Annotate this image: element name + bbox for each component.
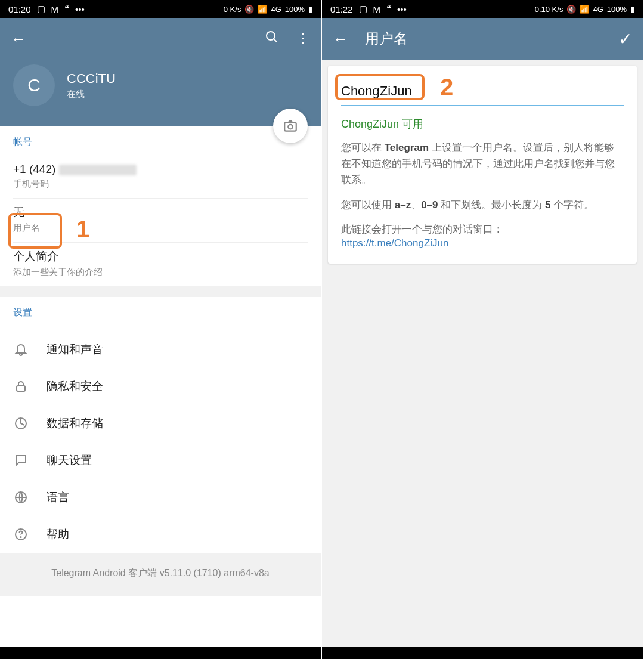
- help-row[interactable]: 帮助: [0, 516, 321, 553]
- phone-value: +1 (442): [13, 163, 308, 176]
- svg-point-8: [20, 537, 21, 537]
- hangouts-icon: ❝: [64, 4, 69, 14]
- username-label: 用户名: [13, 222, 308, 234]
- chat-row[interactable]: 聊天设置: [0, 442, 321, 479]
- username-available: ChongZiJun 可用: [341, 117, 624, 131]
- svg-point-3: [288, 125, 293, 129]
- svg-rect-4: [17, 386, 25, 391]
- profile-status: 在线: [67, 89, 116, 100]
- picture-icon: ▢: [37, 4, 45, 14]
- notifications-label: 通知和声音: [47, 342, 103, 357]
- username-desc-3: 此链接会打开一个与您的对话窗口：: [341, 221, 624, 237]
- globe-icon: [13, 490, 29, 505]
- hangouts-icon: ❝: [386, 4, 391, 14]
- section-divider: [0, 286, 321, 297]
- profile-name: CCCiTU: [67, 71, 116, 86]
- battery-icon: ▮: [630, 5, 634, 14]
- account-section: 帐号 +1 (442) 手机号码 无 用户名 个人简介 添加一些关于你的介绍: [0, 126, 321, 286]
- username-input[interactable]: [341, 80, 624, 106]
- confirm-icon[interactable]: ✓: [618, 29, 632, 49]
- username-edit-screen: 01:22 ▢ M ❝ ••• 0.10 K/s 🔇 📶 4G 100% ▮ ←…: [322, 0, 644, 659]
- mute-icon: 🔇: [566, 5, 576, 14]
- privacy-label: 隐私和安全: [47, 379, 103, 394]
- app-bar: ← 用户名 ✓: [322, 18, 643, 60]
- signal-label: 4G: [271, 5, 281, 14]
- status-time: 01:22: [330, 4, 353, 14]
- net-speed: 0 K/s: [224, 5, 242, 14]
- battery-pct: 100%: [285, 5, 305, 14]
- svg-line-1: [274, 39, 277, 42]
- battery-pct: 100%: [607, 5, 627, 14]
- picture-icon: ▢: [359, 4, 367, 14]
- status-bar: 01:20 ▢ M ❝ ••• 0 K/s 🔇 📶 4G 100% ▮: [0, 0, 321, 18]
- mute-icon: 🔇: [244, 5, 254, 14]
- data-label: 数据和存储: [47, 416, 103, 431]
- bio-label: 添加一些关于你的介绍: [13, 267, 308, 278]
- account-header: 帐号: [13, 136, 308, 148]
- lock-icon: [13, 379, 29, 394]
- search-icon[interactable]: [265, 30, 279, 48]
- battery-icon: ▮: [308, 5, 312, 14]
- phone-blur: [59, 165, 137, 175]
- settings-header: 设置: [13, 307, 308, 319]
- help-icon: [13, 527, 29, 542]
- settings-screen: 01:20 ▢ M ❝ ••• 0 K/s 🔇 📶 4G 100% ▮ ← ⋮ …: [0, 0, 322, 659]
- app-bar: ← ⋮: [0, 18, 321, 60]
- avatar[interactable]: C: [13, 64, 55, 106]
- username-link[interactable]: https://t.me/ChongZiJun: [341, 237, 624, 249]
- camera-fab[interactable]: [273, 109, 308, 143]
- more-vert-icon[interactable]: ⋮: [296, 30, 310, 48]
- more-icon: •••: [397, 4, 407, 14]
- data-icon: [13, 416, 29, 431]
- username-value: 无: [13, 205, 308, 220]
- back-icon[interactable]: ←: [333, 30, 348, 48]
- android-navbar: [0, 647, 321, 659]
- signal-label: 4G: [593, 5, 603, 14]
- help-label: 帮助: [47, 527, 69, 542]
- phone-label: 手机号码: [13, 178, 308, 190]
- notifications-row[interactable]: 通知和声音: [0, 331, 321, 368]
- bio-value: 个人简介: [13, 249, 308, 264]
- username-row[interactable]: 无 用户名: [13, 199, 308, 243]
- android-navbar: [322, 647, 643, 659]
- phone-row[interactable]: +1 (442) 手机号码: [13, 157, 308, 199]
- status-time: 01:20: [8, 4, 31, 14]
- profile-header: C CCCiTU 在线: [0, 60, 321, 126]
- bell-icon: [13, 342, 29, 357]
- privacy-row[interactable]: 隐私和安全: [0, 368, 321, 405]
- username-desc-2: 您可以使用 a–z、0–9 和下划线。最小长度为 5 个字符。: [341, 197, 624, 213]
- more-icon: •••: [75, 4, 85, 14]
- mail-icon: M: [51, 4, 59, 14]
- svg-rect-2: [284, 123, 296, 131]
- version-footer: Telegram Android 客户端 v5.11.0 (1710) arm6…: [0, 553, 321, 596]
- wifi-icon: 📶: [580, 5, 589, 14]
- username-desc-1: 您可以在 Telegram 上设置一个用户名。设置后，别人将能够在不知道您的手机…: [341, 140, 624, 188]
- language-label: 语言: [47, 490, 69, 505]
- status-bar: 01:22 ▢ M ❝ ••• 0.10 K/s 🔇 📶 4G 100% ▮: [322, 0, 643, 18]
- chat-label: 聊天设置: [47, 453, 92, 468]
- net-speed: 0.10 K/s: [535, 5, 564, 14]
- wifi-icon: 📶: [258, 5, 267, 14]
- username-card: ChongZiJun 可用 您可以在 Telegram 上设置一个用户名。设置后…: [328, 66, 637, 264]
- svg-point-0: [267, 32, 275, 40]
- mail-icon: M: [373, 4, 381, 14]
- app-bar-title: 用户名: [365, 29, 618, 48]
- back-icon[interactable]: ←: [11, 30, 26, 48]
- settings-section: 设置: [0, 297, 321, 331]
- language-row[interactable]: 语言: [0, 479, 321, 516]
- bio-row[interactable]: 个人简介 添加一些关于你的介绍: [13, 243, 308, 286]
- chat-icon: [13, 453, 29, 468]
- data-row[interactable]: 数据和存储: [0, 405, 321, 442]
